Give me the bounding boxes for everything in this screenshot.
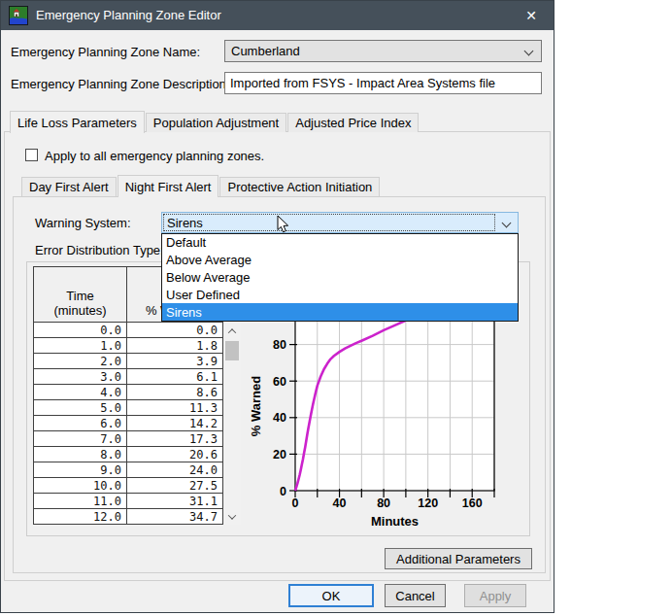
apply-all-zones-label: Apply to all emergency planning zones.	[45, 149, 264, 163]
percent-warned-cell[interactable]: 0.0	[127, 323, 222, 337]
additional-parameters-button[interactable]: Additional Parameters	[385, 548, 532, 569]
percent-warned-cell[interactable]: 27.5	[127, 478, 222, 493]
table-header-time: Time(minutes)	[33, 266, 127, 323]
titlebar: Emergency Planning Zone Editor ✕	[1, 1, 554, 30]
time-cell[interactable]: 0.0	[34, 323, 127, 337]
time-cell[interactable]: 10.0	[34, 478, 127, 493]
column-header-text: (minutes)	[53, 303, 106, 318]
tab-population-adjustment[interactable]: Population Adjustment	[146, 113, 286, 132]
percent-warned-cell[interactable]: 1.8	[127, 338, 222, 353]
scrollbar-up-icon[interactable]	[223, 323, 241, 339]
warning-system-option-above-average[interactable]: Above Average	[162, 252, 518, 269]
warning-system-option-sirens[interactable]: Sirens	[162, 303, 518, 321]
time-cell[interactable]: 6.0	[34, 416, 127, 430]
close-icon[interactable]: ✕	[515, 1, 548, 30]
outer-tab-strip: Life Loss ParametersPopulation Adjustmen…	[10, 110, 420, 132]
time-cell[interactable]: 5.0	[34, 400, 127, 415]
tab-life-loss-parameters[interactable]: Life Loss Parameters	[10, 111, 145, 133]
chevron-down-icon	[502, 219, 512, 228]
table-row[interactable]: 5.011.3	[34, 399, 222, 415]
column-header-text: Time	[66, 289, 93, 303]
svg-text:% Warned: % Warned	[249, 376, 263, 436]
percent-warned-cell[interactable]: 31.1	[127, 494, 222, 508]
cancel-button[interactable]: Cancel	[385, 584, 446, 607]
svg-text:40: 40	[333, 496, 347, 510]
percent-warned-cell[interactable]: 34.7	[127, 509, 222, 524]
zone-description-label: Emergency Planning Zone Description:	[11, 77, 229, 91]
warning-system-label: Warning System:	[35, 216, 131, 230]
percent-warned-cell[interactable]: 3.9	[127, 354, 222, 368]
mouse-cursor-icon	[277, 215, 290, 234]
warning-curve-chart: 04080120160020406080Minutes% Warned	[244, 302, 501, 540]
warning-system-combobox[interactable]: Sirens	[161, 212, 519, 233]
apply-button: Apply	[464, 584, 526, 607]
table-row[interactable]: 9.024.0	[34, 462, 222, 477]
percent-warned-cell[interactable]: 6.1	[127, 369, 222, 384]
time-cell[interactable]: 4.0	[34, 385, 127, 399]
table-row[interactable]: 6.014.2	[34, 415, 222, 430]
apply-all-zones-checkbox[interactable]	[25, 149, 38, 161]
percent-warned-cell[interactable]: 20.6	[127, 447, 222, 462]
svg-text:0: 0	[280, 485, 286, 498]
table-row[interactable]: 0.00.0	[34, 323, 222, 337]
time-cell[interactable]: 7.0	[34, 431, 127, 446]
time-cell[interactable]: 9.0	[34, 462, 127, 477]
svg-text:Minutes: Minutes	[371, 514, 419, 529]
ok-button[interactable]: OK	[288, 584, 374, 607]
zone-name-label: Emergency Planning Zone Name:	[11, 45, 200, 59]
scrollbar-track[interactable]	[223, 339, 241, 508]
tab-day-first-alert[interactable]: Day First Alert	[21, 177, 117, 196]
tab-adjusted-price-index[interactable]: Adjusted Price Index	[287, 113, 419, 132]
zone-name-select[interactable]: Cumberland	[224, 40, 542, 62]
time-cell[interactable]: 3.0	[34, 369, 127, 384]
table-row[interactable]: 12.034.7	[34, 508, 222, 524]
time-cell[interactable]: 1.0	[34, 338, 127, 353]
scrollbar-down-icon[interactable]	[223, 508, 241, 525]
inner-tab-strip: Day First AlertNight First AlertProtecti…	[21, 174, 381, 196]
window-title: Emergency Planning Zone Editor	[36, 1, 221, 30]
scrollbar-thumb[interactable]	[225, 341, 239, 360]
table-scrollbar[interactable]	[223, 323, 241, 525]
warning-system-dropdown-list: DefaultAbove AverageBelow AverageUser De…	[161, 233, 519, 322]
svg-text:80: 80	[273, 338, 286, 352]
table-row[interactable]: 10.027.5	[34, 477, 222, 493]
percent-warned-cell[interactable]: 17.3	[127, 431, 222, 446]
table-row[interactable]: 4.08.6	[34, 384, 222, 399]
zone-description-value: Imported from FSYS - Impact Area Systems…	[230, 76, 495, 90]
table-row[interactable]: 3.06.1	[34, 368, 222, 384]
svg-text:0: 0	[292, 496, 299, 510]
zone-name-value: Cumberland	[231, 44, 300, 58]
warning-system-option-default[interactable]: Default	[162, 234, 518, 252]
emergency-planning-zone-editor-dialog: Emergency Planning Zone Editor ✕ Emergen…	[0, 0, 554, 613]
zone-description-input[interactable]: Imported from FSYS - Impact Area Systems…	[224, 72, 542, 94]
error-distribution-type-label: Error Distribution Type:	[35, 243, 164, 257]
svg-text:40: 40	[273, 411, 286, 425]
table-row[interactable]: 2.03.9	[34, 353, 222, 368]
svg-text:60: 60	[273, 375, 286, 389]
tab-protective-action-initiation[interactable]: Protective Action Initiation	[219, 177, 380, 196]
table-row[interactable]: 11.031.1	[34, 493, 222, 508]
percent-warned-cell[interactable]: 8.6	[127, 385, 222, 399]
chevron-down-icon	[524, 47, 534, 56]
time-cell[interactable]: 11.0	[34, 494, 127, 508]
percent-warned-cell[interactable]: 24.0	[127, 462, 222, 477]
warning-system-option-user-defined[interactable]: User Defined	[162, 286, 518, 303]
percent-warned-cell[interactable]: 14.2	[127, 416, 222, 430]
table-row[interactable]: 8.020.6	[34, 446, 222, 462]
svg-text:20: 20	[273, 448, 286, 462]
percent-warned-cell[interactable]: 11.3	[127, 400, 222, 415]
tab-night-first-alert[interactable]: Night First Alert	[118, 175, 219, 197]
table-row[interactable]: 7.017.3	[34, 430, 222, 446]
app-icon	[9, 6, 28, 25]
svg-text:120: 120	[418, 496, 438, 510]
svg-text:80: 80	[377, 496, 390, 510]
warning-system-option-below-average[interactable]: Below Average	[162, 269, 518, 287]
table-row[interactable]: 1.01.8	[34, 337, 222, 353]
time-cell[interactable]: 12.0	[34, 509, 127, 524]
time-cell[interactable]: 2.0	[34, 354, 127, 368]
time-cell[interactable]: 8.0	[34, 447, 127, 462]
focus-rect	[163, 214, 495, 231]
warning-curve-table[interactable]: 0.00.01.01.82.03.93.06.14.08.65.011.36.0…	[33, 323, 223, 525]
svg-text:160: 160	[462, 496, 483, 510]
